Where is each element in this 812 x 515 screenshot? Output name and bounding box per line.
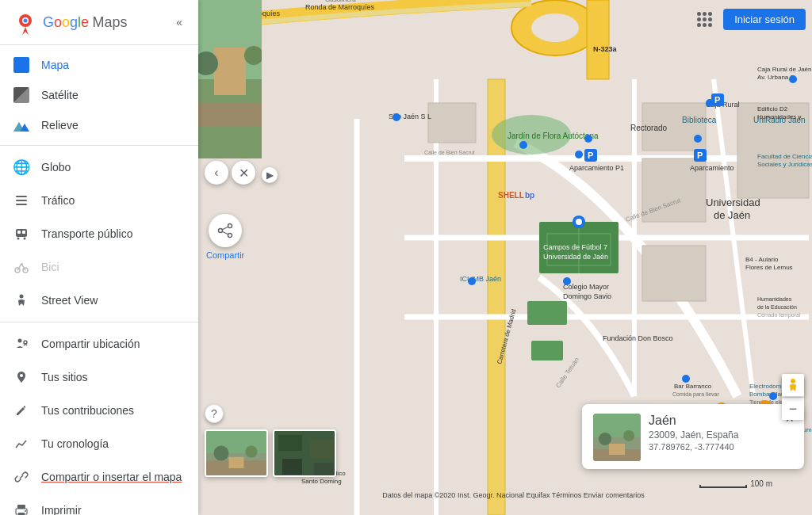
nav-tu-cronologia[interactable]: Tu cronología: [0, 427, 198, 460]
map-top-nav: ‹ ✕ ▶: [198, 6, 284, 185]
chart-icon: [14, 437, 29, 451]
map-type-mapa[interactable]: Mapa: [0, 50, 198, 80]
svg-text:Domingo Savio: Domingo Savio: [563, 292, 611, 300]
svg-text:Campos de Fútbol 7: Campos de Fútbol 7: [543, 243, 607, 251]
apps-grid-button[interactable]: [691, 6, 717, 32]
help-button[interactable]: ?: [205, 404, 224, 423]
svg-text:P: P: [697, 151, 703, 160]
svg-text:Aparcamiento: Aparcamiento: [690, 164, 734, 172]
nav-compartir-mapa[interactable]: Compartir o insertar el mapa: [0, 460, 198, 494]
nav-globo[interactable]: 🌐 Globo: [0, 151, 198, 184]
svg-rect-44: [428, 103, 476, 143]
location-photo-svg: [593, 414, 641, 461]
satelite-icon: [13, 86, 30, 104]
svg-rect-48: [642, 246, 706, 301]
pin-svg-icon: [14, 370, 29, 384]
svg-point-143: [599, 433, 611, 445]
sat-thumb-svg: [274, 431, 336, 477]
svg-rect-28: [587, 0, 609, 79]
zoom-out-button[interactable]: −: [782, 398, 804, 420]
svg-text:SHELL: SHELL: [498, 191, 524, 200]
svg-rect-42: [531, 341, 563, 360]
svg-rect-134: [229, 457, 244, 468]
share-icon: [216, 222, 234, 239]
streetview-image: [206, 431, 266, 475]
edit-icon: [13, 402, 30, 419]
bike-svg-icon: [14, 260, 29, 274]
svg-rect-8: [16, 204, 27, 205]
svg-point-132: [214, 446, 229, 461]
attribution-text: Datos del mapa ©2020 Inst. Geogr. Nacion…: [382, 491, 645, 499]
svg-text:Caja Rural de Jaén: Caja Rural de Jaén: [757, 66, 811, 73]
streetview-thumbnail[interactable]: [205, 429, 268, 477]
pegman-icon: [13, 292, 30, 309]
share-location-icon: [13, 335, 30, 353]
signin-area: Iniciar sesión: [691, 6, 806, 32]
map-type-relieve-label: Relieve: [41, 119, 79, 132]
svg-text:Cerrado temporal: Cerrado temporal: [757, 312, 801, 319]
svg-text:ICLIMB Jaén: ICLIMB Jaén: [460, 275, 501, 283]
svg-point-17: [18, 339, 22, 343]
compartir-button[interactable]: Compartir: [206, 214, 244, 260]
location-address: 23009, Jaén, España: [649, 429, 793, 441]
nav-tus-contribuciones-label: Tus contribuciones: [41, 404, 134, 417]
nav-compartir-ubicacion[interactable]: Compartir ubicación: [0, 327, 198, 360]
scale-line: [699, 485, 747, 488]
sidebar-collapse-button[interactable]: «: [173, 13, 186, 32]
location-info-box: Jaén 23009, Jaén, España 37.789762, -3.7…: [582, 404, 804, 469]
signin-button[interactable]: Iniciar sesión: [723, 9, 806, 30]
nav-trafico[interactable]: Tráfico: [0, 184, 198, 217]
location-city: Jaén: [649, 414, 793, 428]
svg-point-146: [791, 379, 795, 383]
svg-point-98: [576, 219, 582, 225]
svg-point-106: [563, 277, 571, 285]
sidebar: Google Maps « Mapa Satélite: [0, 0, 198, 515]
nav-imprimir[interactable]: Imprimir: [0, 494, 198, 515]
svg-line-127: [223, 227, 228, 230]
logo-text: Google Maps: [43, 14, 128, 31]
nav-tus-sitios[interactable]: Tus sitios: [0, 360, 198, 394]
satellite-image: [274, 431, 335, 475]
person-share-icon: [14, 337, 29, 351]
map-back-button[interactable]: ‹: [205, 161, 228, 185]
map-area[interactable]: N-323a: [198, 0, 812, 515]
svg-rect-139: [314, 463, 334, 477]
account-section: Compartir ubicación Tus sitios Tus contr…: [0, 322, 198, 515]
svg-point-102: [694, 135, 702, 143]
map-type-satelite[interactable]: Satélite: [0, 80, 198, 110]
svg-text:Rectorado: Rectorado: [630, 124, 668, 132]
nav-bici[interactable]: Bici: [0, 250, 198, 284]
svg-text:Colegio Mayor: Colegio Mayor: [563, 283, 609, 291]
svg-text:P: P: [714, 95, 720, 105]
nav-streetview[interactable]: Street View: [0, 284, 198, 317]
grid-dots-icon: [697, 12, 712, 27]
svg-rect-10: [17, 231, 21, 234]
svg-point-133: [245, 446, 257, 458]
svg-text:Biblioteca: Biblioteca: [682, 116, 717, 124]
svg-point-103: [575, 151, 583, 158]
printer-icon: [13, 502, 30, 515]
svg-point-144: [623, 430, 634, 441]
person-svg-icon: [14, 293, 29, 307]
satellite-thumbnail[interactable]: Satélite: [273, 429, 336, 477]
svg-point-101: [584, 135, 592, 143]
nav-tus-contribuciones[interactable]: Tus contribuciones: [0, 394, 198, 427]
svg-text:Fundación Don Bosco: Fundación Don Bosco: [603, 334, 673, 342]
scale-bar: 100 m: [699, 479, 772, 488]
mapa-icon: [13, 56, 30, 74]
map-collapse-button[interactable]: ▶: [262, 167, 278, 183]
pegman-button[interactable]: [782, 374, 804, 396]
map-type-relieve[interactable]: Relieve: [0, 110, 198, 140]
sidebar-header: Google Maps «: [0, 0, 198, 45]
google-maps-logo-icon: [13, 10, 38, 35]
svg-point-27: [531, 13, 579, 42]
svg-text:P: P: [588, 151, 593, 160]
location-photo: [593, 414, 641, 461]
nav-transporte[interactable]: Transporte público: [0, 217, 198, 250]
svg-text:Av. Urbana 8: Av. Urbana 8: [757, 74, 795, 81]
svg-text:Sociales y Jurídicas: Sociales y Jurídicas: [757, 161, 812, 168]
relieve-mountain-icon: [13, 119, 29, 132]
map-close-button[interactable]: ✕: [232, 161, 255, 185]
svg-point-109: [769, 392, 777, 400]
svg-text:Humanidades y.: Humanidades y.: [757, 113, 802, 120]
